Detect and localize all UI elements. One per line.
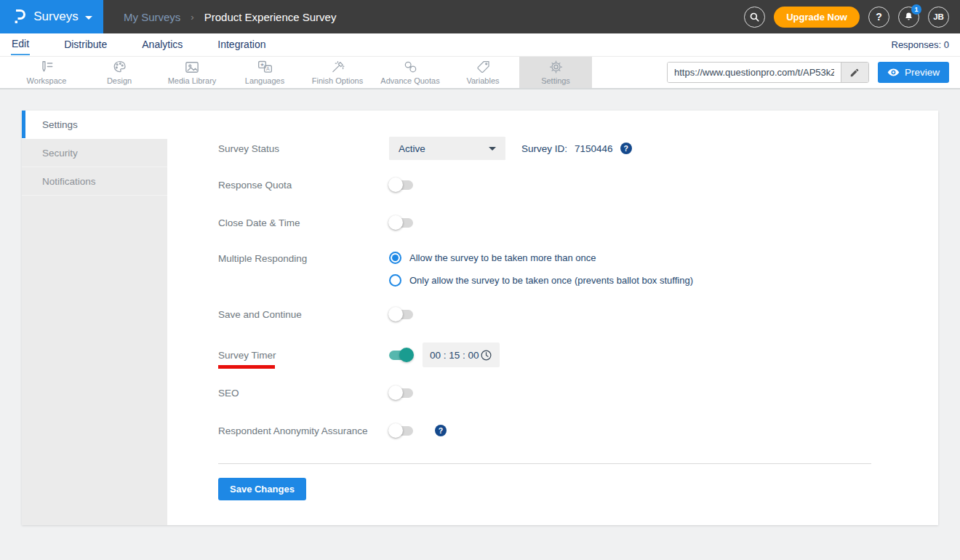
toolbar-item-label: Advance Quotas bbox=[380, 76, 439, 85]
toolbar-item-settings[interactable]: Settings bbox=[519, 57, 592, 88]
seo-toggle[interactable] bbox=[389, 388, 413, 398]
chevron-down-icon bbox=[85, 16, 92, 20]
search-button[interactable] bbox=[744, 7, 765, 28]
form-divider bbox=[218, 463, 871, 464]
toolbar-item-finish-options[interactable]: Finish Options bbox=[301, 57, 374, 88]
settings-icon bbox=[548, 60, 564, 74]
svg-text:★: ★ bbox=[260, 62, 264, 67]
toolbar-item-label: Media Library bbox=[168, 76, 217, 85]
close-date-toggle[interactable] bbox=[389, 218, 413, 228]
respondent-anonymity-toggle[interactable] bbox=[389, 426, 413, 436]
finish-options-icon bbox=[330, 60, 345, 74]
edit-url-button[interactable] bbox=[841, 63, 868, 82]
toolbar-item-advance-quotas[interactable]: Advance Quotas bbox=[374, 57, 447, 88]
sidebar-item-security[interactable]: Security bbox=[22, 139, 167, 167]
survey-timer-label: Survey Timer bbox=[218, 350, 389, 361]
multiple-responding-label: Multiple Responding bbox=[218, 253, 389, 264]
toolbar-item-label: Variables bbox=[466, 76, 499, 85]
respondent-anonymity-help-icon[interactable]: ? bbox=[435, 425, 447, 436]
survey-timer-toggle[interactable] bbox=[389, 351, 413, 360]
toolbar-item-label: Workspace bbox=[27, 76, 67, 85]
chevron-down-icon bbox=[489, 147, 496, 151]
variables-icon bbox=[476, 60, 491, 74]
survey-status-label: Survey Status bbox=[218, 143, 389, 154]
multiple-responding-row: Multiple Responding Allow the survey to … bbox=[218, 252, 938, 287]
breadcrumb-current: Product Experience Survey bbox=[204, 11, 337, 23]
toolbar-item-label: Finish Options bbox=[312, 76, 363, 85]
preview-button[interactable]: Preview bbox=[878, 62, 949, 83]
tab-distribute[interactable]: Distribute bbox=[63, 35, 108, 55]
survey-timer-input[interactable]: 00 : 15 : 00 bbox=[423, 343, 500, 367]
close-date-row: Close Date & Time bbox=[218, 214, 938, 231]
survey-status-select[interactable]: Active bbox=[389, 137, 505, 160]
survey-id-value: 7150446 bbox=[575, 143, 613, 154]
toolbar-item-variables[interactable]: Variables bbox=[447, 57, 519, 88]
tab-analytics[interactable]: Analytics bbox=[141, 35, 183, 55]
respondent-anonymity-row: Respondent Anonymity Assurance ? bbox=[218, 422, 938, 439]
edit-toolbar: Workspace Design Media Library ★ A bbox=[0, 57, 960, 89]
toolbar-item-label: Languages bbox=[245, 76, 284, 85]
survey-timer-row: Survey Timer 00 : 15 : 00 bbox=[218, 343, 938, 367]
search-icon bbox=[749, 12, 760, 23]
sidebar-item-settings[interactable]: Settings bbox=[22, 111, 167, 139]
survey-id-help-icon[interactable]: ? bbox=[620, 143, 632, 154]
settings-form: Survey Status Active Survey ID: 7150446 … bbox=[167, 111, 938, 525]
response-quota-row: Response Quota bbox=[218, 176, 938, 193]
eye-icon bbox=[887, 68, 900, 77]
breadcrumb-parent[interactable]: My Surveys bbox=[124, 11, 180, 23]
save-and-continue-label: Save and Continue bbox=[218, 309, 389, 320]
top-header: Surveys My Surveys › Product Experience … bbox=[0, 0, 960, 33]
survey-status-row: Survey Status Active Survey ID: 7150446 … bbox=[218, 137, 938, 160]
help-button[interactable]: ? bbox=[868, 7, 889, 28]
response-quota-label: Response Quota bbox=[218, 180, 389, 191]
workspace-icon bbox=[39, 60, 55, 74]
seo-row: SEO bbox=[218, 384, 938, 401]
avatar[interactable]: JB bbox=[928, 7, 949, 28]
sidebar-item-notifications[interactable]: Notifications bbox=[22, 167, 167, 196]
questionpro-logo-icon bbox=[11, 8, 27, 25]
survey-url-group bbox=[667, 62, 869, 83]
survey-id-group: Survey ID: 7150446 ? bbox=[521, 143, 632, 154]
seo-label: SEO bbox=[218, 388, 389, 399]
toolbar-item-media-library[interactable]: Media Library bbox=[156, 57, 228, 88]
save-and-continue-toggle[interactable] bbox=[389, 310, 413, 319]
tab-integration[interactable]: Integration bbox=[217, 35, 266, 55]
tab-edit[interactable]: Edit bbox=[11, 34, 30, 55]
survey-timer-value: 00 : 15 : 00 bbox=[430, 350, 479, 361]
multiple-responding-options: Allow the survey to be taken more than o… bbox=[389, 252, 693, 287]
design-icon bbox=[112, 60, 127, 74]
clock-icon bbox=[480, 349, 492, 361]
notification-badge: 1 bbox=[911, 4, 921, 15]
help-icon: ? bbox=[876, 11, 882, 23]
toolbar-item-label: Design bbox=[107, 76, 132, 85]
notifications-button[interactable]: 1 bbox=[898, 7, 919, 28]
settings-card: Settings Security Notifications Survey S… bbox=[22, 111, 938, 525]
toolbar-item-design[interactable]: Design bbox=[83, 57, 156, 88]
radio-option-once[interactable]: Only allow the survey to be taken once (… bbox=[389, 274, 693, 287]
save-changes-button[interactable]: Save Changes bbox=[218, 478, 306, 500]
media-library-icon bbox=[184, 60, 200, 74]
toolbar-item-workspace[interactable]: Workspace bbox=[10, 57, 83, 88]
radio-option-multiple[interactable]: Allow the survey to be taken more than o… bbox=[389, 252, 693, 264]
preview-label: Preview bbox=[905, 67, 940, 78]
respondent-anonymity-label: Respondent Anonymity Assurance bbox=[218, 425, 389, 436]
languages-icon: ★ A bbox=[257, 60, 273, 74]
responses-count: Responses: 0 bbox=[892, 39, 950, 50]
survey-url-input[interactable] bbox=[668, 63, 841, 82]
settings-sidebar: Settings Security Notifications bbox=[22, 111, 167, 525]
toolbar-item-label: Settings bbox=[541, 76, 570, 85]
radio-checked-icon bbox=[389, 252, 401, 264]
annotation-underline bbox=[218, 365, 275, 369]
survey-status-value: Active bbox=[399, 143, 425, 154]
breadcrumb: My Surveys › Product Experience Survey bbox=[124, 11, 336, 23]
header-actions: Upgrade Now ? 1 JB bbox=[744, 7, 960, 28]
save-and-continue-row: Save and Continue bbox=[218, 305, 938, 323]
svg-text:A: A bbox=[266, 66, 270, 71]
toolbar-item-languages[interactable]: ★ A Languages bbox=[228, 57, 301, 88]
close-date-label: Close Date & Time bbox=[218, 217, 389, 228]
upgrade-now-button[interactable]: Upgrade Now bbox=[774, 7, 860, 28]
brand-menu[interactable]: Surveys bbox=[0, 0, 103, 33]
advance-quotas-icon bbox=[403, 60, 418, 74]
radio-option-label: Allow the survey to be taken more than o… bbox=[409, 252, 596, 263]
response-quota-toggle[interactable] bbox=[389, 180, 413, 190]
